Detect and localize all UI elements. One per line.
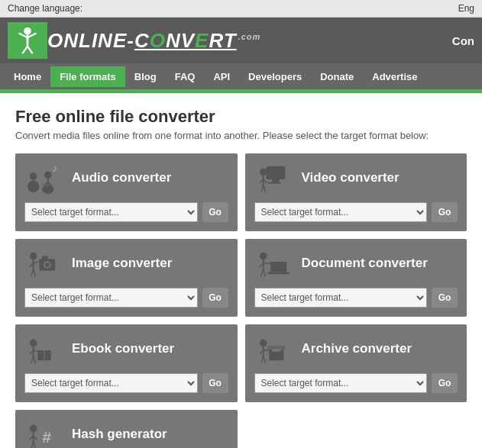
image-converter-name: Image converter xyxy=(72,256,172,271)
change-language-label: Change language: xyxy=(8,3,82,14)
svg-point-55 xyxy=(259,340,267,347)
ebook-card-header: Ebook converter xyxy=(24,332,228,366)
audio-select-row: Select target format... Go xyxy=(24,202,228,222)
svg-point-29 xyxy=(45,263,50,267)
archive-icon xyxy=(254,332,294,366)
svg-point-38 xyxy=(259,253,267,260)
image-icon xyxy=(24,247,64,280)
nav-developers[interactable]: Developers xyxy=(239,66,311,87)
nav-blog[interactable]: Blog xyxy=(125,66,166,87)
svg-line-34 xyxy=(31,269,34,277)
nav-file-formats[interactable]: File formats xyxy=(50,66,125,87)
video-go-button[interactable]: Go xyxy=(432,202,458,222)
svg-line-25 xyxy=(263,185,265,193)
logo-text[interactable]: ONLINE-CONVERT.com xyxy=(47,29,260,53)
svg-line-5 xyxy=(27,47,33,54)
ebook-format-select[interactable]: Select target format... xyxy=(24,373,198,393)
svg-rect-36 xyxy=(270,262,286,272)
svg-text:♪: ♪ xyxy=(53,163,58,174)
logo-icon xyxy=(8,22,47,59)
image-format-select[interactable]: Select target format... xyxy=(24,288,198,308)
image-converter-card: Image converter Select target format... … xyxy=(15,239,238,317)
nav-api[interactable]: API xyxy=(204,66,239,87)
archive-card-header: Archive converter xyxy=(254,332,458,366)
image-go-button[interactable]: Go xyxy=(202,288,228,308)
svg-point-7 xyxy=(30,172,37,180)
archive-converter-name: Archive converter xyxy=(302,341,412,356)
document-converter-card: Document converter Select target format.… xyxy=(245,239,467,317)
svg-rect-18 xyxy=(272,179,280,182)
logo-prefix: ONLINE- xyxy=(47,29,134,52)
video-converter-card: Video converter Select target format... … xyxy=(245,153,467,231)
svg-line-65 xyxy=(31,442,34,448)
svg-line-35 xyxy=(34,269,36,277)
video-converter-name: Video converter xyxy=(302,170,400,185)
archive-go-button[interactable]: Go xyxy=(432,373,458,393)
audio-icon: ♪ xyxy=(24,161,64,195)
video-card-header: Video converter xyxy=(254,161,458,195)
svg-point-30 xyxy=(30,253,37,260)
svg-text:#: # xyxy=(42,428,51,446)
svg-line-50 xyxy=(31,356,34,364)
document-format-select[interactable]: Select target format... xyxy=(254,288,428,308)
document-card-header: Document converter xyxy=(254,247,458,280)
document-select-row: Select target format... Go xyxy=(254,288,458,308)
audio-converter-card: ♪ Audio converter Select target format..… xyxy=(15,153,238,231)
audio-converter-name: Audio converter xyxy=(72,170,171,185)
ebook-go-button[interactable]: Go xyxy=(202,373,228,393)
svg-point-0 xyxy=(24,27,31,35)
ebook-select-row: Select target format... Go xyxy=(24,373,228,393)
ebook-icon xyxy=(24,332,64,366)
audio-go-button[interactable]: Go xyxy=(202,202,228,222)
svg-point-46 xyxy=(30,340,37,347)
video-format-select[interactable]: Select target format... xyxy=(254,202,428,222)
main-content: Free online file converter Convert media… xyxy=(0,93,482,448)
hash-card-header: # Hash generator xyxy=(24,417,228,448)
logo-area: ONLINE-CONVERT.com xyxy=(8,22,260,59)
svg-rect-37 xyxy=(267,272,290,274)
svg-point-20 xyxy=(259,169,267,176)
document-converter-name: Document converter xyxy=(302,256,428,271)
video-icon xyxy=(254,161,294,195)
header-right-text: Con xyxy=(452,34,474,47)
header: ONLINE-CONVERT.com Con xyxy=(0,18,482,63)
svg-line-60 xyxy=(263,356,265,364)
svg-line-42 xyxy=(260,269,263,277)
video-select-row: Select target format... Go xyxy=(254,202,458,222)
svg-line-66 xyxy=(34,442,36,448)
ebook-converter-card: Ebook converter Select target format... … xyxy=(15,324,238,402)
top-bar: Change language: Eng xyxy=(0,0,482,18)
svg-line-24 xyxy=(260,185,263,193)
converter-grid: ♪ Audio converter Select target format..… xyxy=(15,153,467,448)
svg-rect-54 xyxy=(272,349,280,352)
svg-line-59 xyxy=(260,356,263,364)
archive-format-select[interactable]: Select target format... xyxy=(254,373,428,393)
nav-advertise[interactable]: Advertise xyxy=(363,66,426,87)
svg-line-51 xyxy=(34,356,36,364)
image-select-row: Select target format... Go xyxy=(24,288,228,308)
document-go-button[interactable]: Go xyxy=(432,288,458,308)
svg-line-43 xyxy=(263,269,265,277)
svg-rect-27 xyxy=(42,256,48,259)
hash-converter-card: # Hash generator Select target format...… xyxy=(15,410,238,448)
language-value[interactable]: Eng xyxy=(458,3,474,14)
svg-point-61 xyxy=(30,425,37,433)
nav-donate[interactable]: Donate xyxy=(311,66,363,87)
page-subtitle: Convert media files online from one form… xyxy=(15,130,467,141)
svg-line-4 xyxy=(22,47,27,54)
svg-line-33 xyxy=(34,262,40,263)
nav-home[interactable]: Home xyxy=(5,66,50,87)
audio-format-select[interactable]: Select target format... xyxy=(24,202,198,222)
logo-convert: CONVERT xyxy=(134,29,237,52)
svg-rect-17 xyxy=(266,166,285,179)
hash-converter-name: Hash generator xyxy=(72,427,167,442)
hash-icon: # xyxy=(24,417,64,448)
ebook-converter-name: Ebook converter xyxy=(72,341,174,356)
image-card-header: Image converter xyxy=(24,247,228,280)
logo-figure-icon xyxy=(13,26,42,55)
archive-select-row: Select target format... Go xyxy=(254,373,458,393)
nav-faq[interactable]: FAQ xyxy=(166,66,205,87)
svg-point-15 xyxy=(42,185,53,194)
svg-rect-19 xyxy=(267,182,280,184)
page-title: Free online file converter xyxy=(15,107,467,127)
